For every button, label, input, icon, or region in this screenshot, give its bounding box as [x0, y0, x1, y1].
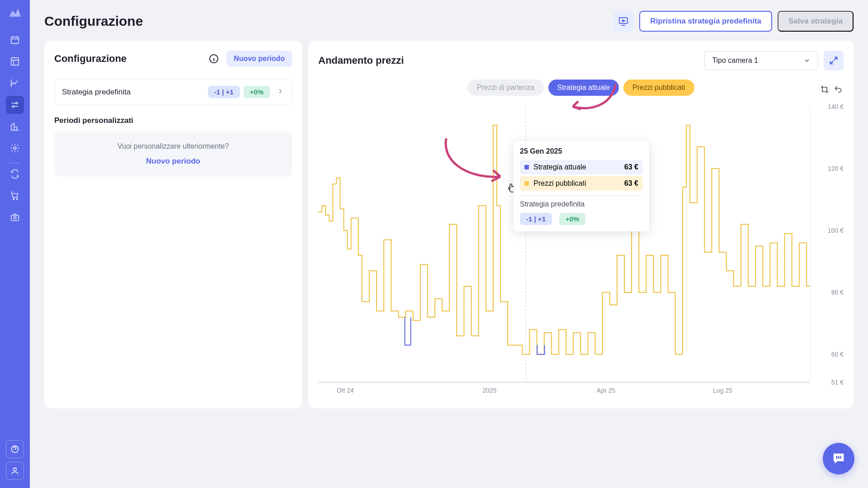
tooltip-strategy-label: Strategia predefinita [520, 200, 643, 208]
custom-periods-title: Periodi personalizzati [54, 116, 292, 125]
x-axis-label: Apr 25 [597, 387, 615, 394]
nav-layout[interactable] [6, 52, 24, 70]
tooltip-pct-pill: +0% [559, 213, 585, 225]
undo-icon[interactable] [833, 84, 844, 95]
pct-pill: +0% [244, 86, 270, 98]
chevron-right-icon [276, 87, 284, 97]
chip-starting-prices[interactable]: Prezzi di partenza [467, 80, 543, 96]
svg-rect-17 [838, 456, 840, 459]
svg-point-3 [13, 106, 14, 108]
room-type-select[interactable]: Tipo camera 1 [704, 51, 818, 70]
chevron-down-icon [803, 57, 811, 64]
chip-published-prices[interactable]: Prezzi pubblicati [623, 80, 694, 96]
nav-cart[interactable] [6, 187, 24, 205]
crop-tool-icon[interactable] [819, 84, 830, 95]
trend-title: Andamento prezzi [318, 55, 404, 66]
tooltip-row-current: Strategia attuale 63 € [520, 160, 643, 174]
page-header: Configurazione Ripristina strategia pred… [44, 11, 854, 32]
y-axis-label: 120 € [828, 165, 844, 172]
sidebar [0, 0, 30, 488]
custom-periods-box: Vuoi personalizzare ulteriormente? Nuovo… [54, 131, 292, 177]
support-chat-button[interactable] [823, 443, 854, 474]
custom-new-period-link[interactable]: Nuovo periodo [146, 157, 200, 165]
tooltip-date: 25 Gen 2025 [520, 147, 643, 155]
expand-chart-button[interactable] [824, 51, 844, 70]
nav-user[interactable] [6, 462, 24, 480]
svg-point-6 [16, 198, 18, 200]
svg-point-8 [14, 216, 16, 219]
nav-sync[interactable] [6, 165, 24, 183]
svg-rect-16 [836, 456, 837, 459]
svg-rect-7 [11, 215, 19, 221]
y-axis-label: 51 € [831, 379, 844, 386]
room-type-value: Tipo camera 1 [712, 56, 758, 65]
y-axis-label: 60 € [831, 351, 844, 358]
custom-prompt: Vuoi personalizzare ulteriormente? [65, 142, 281, 150]
svg-point-4 [14, 147, 16, 150]
default-strategy-row[interactable]: Strategia predefinita -1 | +1 +0% [54, 79, 292, 105]
svg-point-10 [14, 468, 17, 471]
page-title: Configurazione [44, 14, 143, 29]
nav-help[interactable] [6, 440, 24, 458]
trend-panel: Andamento prezzi Tipo camera 1 Prezzi di… [308, 41, 854, 408]
strategy-label: Strategia predefinita [62, 88, 131, 97]
chart-tools [819, 84, 844, 95]
annotation-arrow-2 [437, 134, 514, 188]
y-axis-label: 80 € [831, 289, 844, 296]
x-axis-label: Lug 25 [713, 387, 732, 394]
x-axis-label: 2025 [482, 387, 496, 394]
y-axis-label: 140 € [828, 103, 844, 110]
range-pill: -1 | +1 [208, 86, 240, 98]
app-logo [8, 6, 22, 18]
save-strategy-button[interactable]: Salva strategia [778, 11, 854, 32]
svg-point-5 [13, 198, 14, 200]
x-axis-label: Ott 24 [337, 387, 354, 394]
nav-camera[interactable] [6, 208, 24, 226]
config-title: Configurazione [54, 53, 127, 65]
restore-strategy-button[interactable]: Ripristina strategia predefinita [639, 11, 772, 32]
tooltip-row-published: Prezzi pubblicati 63 € [520, 176, 643, 191]
svg-rect-18 [840, 456, 841, 459]
y-axis-label: 100 € [828, 227, 844, 234]
chart-tooltip: 25 Gen 2025 Strategia attuale 63 € Prezz… [514, 141, 649, 231]
nav-settings[interactable] [6, 139, 24, 157]
svg-point-2 [16, 103, 18, 104]
tooltip-range-pill: -1 | +1 [520, 213, 552, 225]
config-panel: Configurazione Nuovo periodo Strategia p… [44, 41, 302, 408]
sidebar-divider [9, 163, 20, 163]
nav-buildings[interactable] [6, 117, 24, 136]
svg-rect-1 [11, 58, 19, 66]
nav-calendar[interactable] [6, 31, 24, 49]
nav-chart[interactable] [6, 74, 24, 92]
svg-rect-0 [11, 37, 19, 44]
new-period-button[interactable]: Nuovo periodo [226, 51, 292, 67]
info-icon[interactable] [208, 53, 219, 64]
nav-sliders[interactable] [6, 96, 24, 114]
annotation-arrow-1 [566, 80, 620, 125]
tutorial-button[interactable] [613, 11, 634, 32]
price-chart[interactable]: 140 €120 €100 €80 €60 €51 € Ott 242025Ap… [318, 107, 844, 396]
